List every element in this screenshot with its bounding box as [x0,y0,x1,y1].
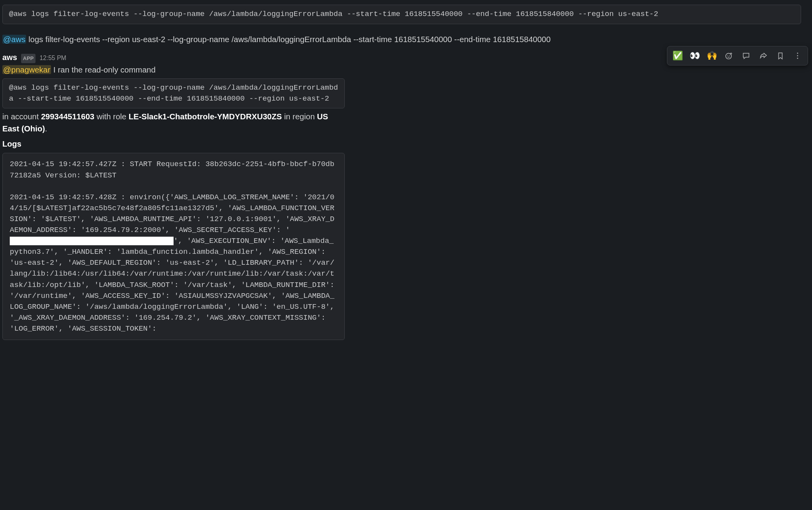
svg-point-1 [727,55,728,56]
region-post: . [45,124,47,133]
log-line-1: 2021-04-15 19:42:57.427Z : START Request… [10,160,334,179]
react-eyes-button[interactable]: 👀 [687,48,702,64]
message-row-reply: ✅ 👀 🙌 aws APP 12:55 PM @pnagwekar I ran … [0,48,812,342]
message-row-2: @aws logs filter-log-events --region us-… [0,29,812,48]
logs-code-block[interactable]: 2021-04-15 19:42:57.427Z : START Request… [2,153,345,340]
redacted-secret [10,237,174,245]
reply-intro-text: I ran the read-only command [51,65,156,74]
svg-point-3 [797,53,798,54]
more-actions-button[interactable] [790,48,805,64]
react-raised-hands-button[interactable]: 🙌 [704,48,720,64]
code-text: logs filter-log-events --log-group-name … [27,10,658,18]
react-check-button[interactable]: ✅ [670,48,685,64]
role-name: LE-Slack1-Chatbotrole-YMDYDRXU30ZS [129,112,282,121]
account-id: 299344511603 [41,112,94,121]
logs-heading: Logs [2,138,801,150]
reply-intro-line: @pnagwekar I ran the read-only command [2,64,801,76]
message-row-1: @aws logs filter-log-events --log-group-… [0,0,812,29]
account-context-line: in account 299344511603 with role LE-Sla… [2,111,345,135]
share-button[interactable] [755,48,771,64]
svg-point-4 [797,55,798,57]
message-text: @aws logs filter-log-events --region us-… [2,35,551,44]
command-text: @aws logs filter-log-events --log-group-… [9,83,338,103]
reply-thread-button[interactable] [738,48,754,64]
command-code-block[interactable]: @aws logs filter-log-events --log-group-… [2,78,345,108]
message-timestamp[interactable]: 12:55 PM [39,53,66,63]
eyes-emoji-icon: 👀 [690,51,700,60]
log-line-2b: ', 'AWS_EXECUTION_ENV': 'AWS_Lambda_pyth… [10,237,339,333]
role-pre: with role [94,112,129,121]
message-body: logs filter-log-events --region us-east-… [26,35,551,44]
check-emoji-icon: ✅ [672,51,683,60]
svg-point-2 [729,55,730,56]
mention-aws-code: @aws [9,10,27,18]
account-pre: in account [2,112,41,121]
svg-point-0 [726,53,732,59]
mention-user[interactable]: @pnagwekar [2,65,51,74]
region-pre: in region [282,112,317,121]
add-reaction-button[interactable] [721,48,737,64]
mention-aws[interactable]: @aws [2,35,26,44]
svg-point-5 [797,58,798,59]
log-line-2a: 2021-04-15 19:42:57.428Z : environ({'AWS… [10,193,334,234]
message-hover-toolbar: ✅ 👀 🙌 [667,46,808,66]
bookmark-button[interactable] [773,48,788,64]
code-block-prior[interactable]: @aws logs filter-log-events --log-group-… [2,5,801,24]
sender-name[interactable]: aws [2,51,17,63]
app-badge: APP [21,54,36,63]
raised-hands-emoji-icon: 🙌 [707,51,717,60]
